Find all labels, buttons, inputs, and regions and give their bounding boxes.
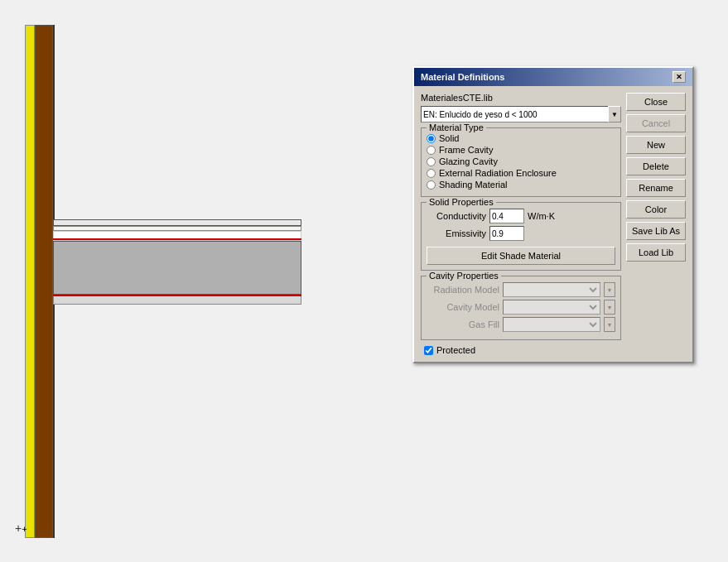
dialog-main-content: MaterialesCTE.lib EN: Enlucido de yeso d… (421, 93, 621, 355)
edit-shade-material-button[interactable]: Edit Shade Material (427, 247, 615, 265)
cancel-button[interactable]: Cancel (626, 114, 686, 132)
gas-fill-row: Gas Fill ▼ (427, 317, 615, 332)
gas-fill-label: Gas Fill (427, 319, 499, 329)
conductivity-input[interactable] (489, 209, 524, 223)
radio-ext-radiation[interactable] (427, 169, 436, 178)
radio-shading-material-label: Shading Material (439, 180, 508, 190)
slab-main (53, 241, 301, 295)
slab-top (53, 219, 301, 226)
material-dropdown-row: EN: Enlucido de yeso d < 1000 ▼ (421, 106, 621, 122)
emissivity-input[interactable] (489, 226, 524, 241)
radiation-model-label: Radiation Model (427, 285, 499, 295)
dialog-close-x-button[interactable]: ✕ (673, 71, 686, 83)
save-lib-as-button[interactable]: Save Lib As (626, 222, 686, 240)
protected-checkbox[interactable] (424, 346, 433, 355)
dialog-buttons-panel: Close Cancel New Delete Rename Color Sav… (626, 93, 686, 355)
radio-solid-row: Solid (427, 133, 615, 143)
dialog-title: Material Definitions (421, 72, 504, 82)
delete-button[interactable]: Delete (626, 157, 686, 175)
solid-properties-group: Solid Properties Conductivity W/m·K Emis… (421, 202, 621, 271)
protected-row: Protected (421, 345, 621, 355)
radio-frame-cavity-label: Frame Cavity (439, 145, 493, 155)
emissivity-label: Emissivity (427, 228, 486, 238)
red-line-bottom (53, 295, 301, 296)
radiation-model-row: Radiation Model ▼ (427, 282, 615, 297)
dialog-body: MaterialesCTE.lib EN: Enlucido de yeso d… (414, 86, 692, 362)
gas-fill-arrow: ▼ (604, 317, 615, 332)
material-select[interactable]: EN: Enlucido de yeso d < 1000 (421, 106, 609, 122)
cavity-properties-group: Cavity Properties Radiation Model ▼ Cavi… (421, 276, 621, 340)
radio-glazing-cavity-label: Glazing Cavity (439, 156, 498, 166)
crosshair-indicator: + (15, 521, 27, 533)
protected-label: Protected (436, 345, 475, 355)
material-definitions-dialog: Material Definitions ✕ MaterialesCTE.lib… (412, 66, 694, 363)
cavity-model-row: Cavity Model ▼ (427, 300, 615, 315)
dialog-titlebar: Material Definitions ✕ (414, 68, 692, 86)
radio-frame-cavity[interactable] (427, 146, 436, 155)
wall-layer-brown (35, 25, 53, 538)
conductivity-label: Conductivity (427, 211, 486, 221)
conductivity-row: Conductivity W/m·K (427, 209, 615, 223)
material-dropdown-arrow[interactable]: ▼ (608, 106, 621, 122)
close-button[interactable]: Close (626, 93, 686, 111)
cavity-properties-group-label: Cavity Properties (427, 271, 501, 281)
red-line-top (53, 238, 301, 240)
rename-button[interactable]: Rename (626, 179, 686, 197)
radio-ext-radiation-label: External Radiation Enclosure (439, 168, 557, 178)
load-lib-button[interactable]: Load Lib (626, 243, 686, 262)
radio-solid[interactable] (427, 134, 436, 143)
radio-glazing-cavity[interactable] (427, 157, 436, 166)
cavity-model-arrow: ▼ (604, 300, 615, 315)
material-type-group: Material Type Solid Frame Cavity Glazing… (421, 127, 621, 197)
material-type-group-label: Material Type (427, 122, 486, 132)
wall-layer-yellow (25, 25, 35, 538)
color-button[interactable]: Color (626, 200, 686, 219)
radio-glazing-cavity-row: Glazing Cavity (427, 156, 615, 166)
lib-filename-label: MaterialesCTE.lib (421, 93, 621, 103)
radiation-model-arrow: ▼ (604, 282, 615, 297)
emissivity-row: Emissivity (427, 226, 615, 241)
cavity-model-label: Cavity Model (427, 302, 499, 312)
conductivity-unit: W/m·K (528, 211, 555, 221)
radio-solid-label: Solid (439, 133, 459, 143)
radio-shading-material-row: Shading Material (427, 180, 615, 190)
solid-properties-group-label: Solid Properties (427, 197, 496, 207)
radio-frame-cavity-row: Frame Cavity (427, 145, 615, 155)
radio-ext-radiation-row: External Radiation Enclosure (427, 168, 615, 178)
radio-shading-material[interactable] (427, 180, 436, 190)
cavity-model-select[interactable] (503, 300, 600, 315)
new-button[interactable]: New (626, 136, 686, 154)
radiation-model-select[interactable] (503, 282, 600, 297)
gas-fill-select[interactable] (503, 317, 600, 332)
